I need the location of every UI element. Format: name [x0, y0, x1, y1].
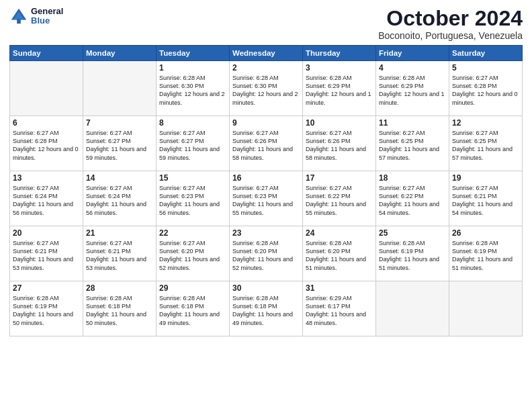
calendar-cell: 12Sunrise: 6:27 AM Sunset: 6:25 PM Dayli…: [449, 116, 523, 171]
day-number: 17: [306, 173, 373, 183]
day-number: 9: [232, 118, 300, 128]
day-number: 18: [379, 173, 446, 183]
day-header-sunday: Sunday: [10, 46, 83, 61]
cell-info: Sunrise: 6:28 AM Sunset: 6:19 PM Dayligh…: [452, 239, 519, 272]
day-number: 19: [452, 173, 519, 183]
cell-info: Sunrise: 6:28 AM Sunset: 6:20 PM Dayligh…: [232, 239, 300, 272]
calendar-cell: 21Sunrise: 6:27 AM Sunset: 6:21 PM Dayli…: [83, 226, 157, 281]
calendar-cell: [10, 61, 83, 116]
logo-general: General: [31, 7, 63, 16]
calendar-cell: 31Sunrise: 6:29 AM Sunset: 6:17 PM Dayli…: [303, 281, 376, 336]
calendar-cell: 3Sunrise: 6:28 AM Sunset: 6:29 PM Daylig…: [303, 61, 376, 116]
calendar-cell: 30Sunrise: 6:28 AM Sunset: 6:18 PM Dayli…: [230, 281, 303, 336]
cell-info: Sunrise: 6:28 AM Sunset: 6:18 PM Dayligh…: [159, 294, 226, 327]
day-number: 1: [159, 63, 226, 73]
calendar-cell: 13Sunrise: 6:27 AM Sunset: 6:24 PM Dayli…: [10, 171, 83, 226]
calendar-cell: 4Sunrise: 6:28 AM Sunset: 6:29 PM Daylig…: [376, 61, 449, 116]
cell-info: Sunrise: 6:27 AM Sunset: 6:25 PM Dayligh…: [379, 129, 446, 162]
calendar-cell: 23Sunrise: 6:28 AM Sunset: 6:20 PM Dayli…: [230, 226, 303, 281]
day-header-friday: Friday: [376, 46, 449, 61]
calendar-cell: 26Sunrise: 6:28 AM Sunset: 6:19 PM Dayli…: [449, 226, 523, 281]
logo-icon: [9, 7, 28, 26]
day-number: 13: [13, 173, 80, 183]
week-row-5: 27Sunrise: 6:28 AM Sunset: 6:19 PM Dayli…: [10, 281, 523, 336]
day-number: 31: [306, 283, 373, 293]
week-row-2: 6Sunrise: 6:27 AM Sunset: 6:28 PM Daylig…: [10, 116, 523, 171]
calendar-cell: 10Sunrise: 6:27 AM Sunset: 6:26 PM Dayli…: [303, 116, 376, 171]
cell-info: Sunrise: 6:27 AM Sunset: 6:22 PM Dayligh…: [306, 184, 373, 217]
calendar-cell: 14Sunrise: 6:27 AM Sunset: 6:24 PM Dayli…: [83, 171, 157, 226]
week-row-3: 13Sunrise: 6:27 AM Sunset: 6:24 PM Dayli…: [10, 171, 523, 226]
day-number: 12: [452, 118, 519, 128]
day-header-tuesday: Tuesday: [157, 46, 230, 61]
subtitle: Boconoito, Portuguesa, Venezuela: [378, 30, 523, 41]
calendar-cell: 9Sunrise: 6:27 AM Sunset: 6:26 PM Daylig…: [230, 116, 303, 171]
title-block: October 2024 Boconoito, Portuguesa, Vene…: [378, 7, 523, 41]
calendar-cell: 28Sunrise: 6:28 AM Sunset: 6:18 PM Dayli…: [83, 281, 157, 336]
calendar-cell: 18Sunrise: 6:27 AM Sunset: 6:22 PM Dayli…: [376, 171, 449, 226]
cell-info: Sunrise: 6:28 AM Sunset: 6:30 PM Dayligh…: [232, 74, 300, 107]
week-row-4: 20Sunrise: 6:27 AM Sunset: 6:21 PM Dayli…: [10, 226, 523, 281]
cell-info: Sunrise: 6:28 AM Sunset: 6:18 PM Dayligh…: [232, 294, 300, 327]
calendar-cell: 1Sunrise: 6:28 AM Sunset: 6:30 PM Daylig…: [157, 61, 230, 116]
page: General Blue October 2024 Boconoito, Por…: [0, 0, 532, 411]
calendar-cell: 6Sunrise: 6:27 AM Sunset: 6:28 PM Daylig…: [10, 116, 83, 171]
day-number: 8: [159, 118, 226, 128]
cell-info: Sunrise: 6:28 AM Sunset: 6:19 PM Dayligh…: [13, 294, 80, 327]
cell-info: Sunrise: 6:27 AM Sunset: 6:23 PM Dayligh…: [159, 184, 226, 217]
logo-blue: Blue: [31, 16, 63, 26]
cell-info: Sunrise: 6:28 AM Sunset: 6:18 PM Dayligh…: [86, 294, 153, 327]
day-number: 26: [452, 228, 519, 238]
calendar-cell: [83, 61, 157, 116]
header-row: SundayMondayTuesdayWednesdayThursdayFrid…: [10, 46, 523, 61]
day-number: 7: [86, 118, 153, 128]
day-number: 25: [379, 228, 446, 238]
day-number: 15: [159, 173, 226, 183]
day-number: 14: [86, 173, 153, 183]
calendar-cell: [376, 281, 449, 336]
cell-info: Sunrise: 6:27 AM Sunset: 6:27 PM Dayligh…: [86, 129, 153, 162]
day-number: 27: [13, 283, 80, 293]
cell-info: Sunrise: 6:27 AM Sunset: 6:21 PM Dayligh…: [452, 184, 519, 217]
day-header-wednesday: Wednesday: [230, 46, 303, 61]
day-number: 4: [379, 63, 446, 73]
cell-info: Sunrise: 6:27 AM Sunset: 6:23 PM Dayligh…: [232, 184, 300, 217]
calendar-cell: 20Sunrise: 6:27 AM Sunset: 6:21 PM Dayli…: [10, 226, 83, 281]
cell-info: Sunrise: 6:28 AM Sunset: 6:29 PM Dayligh…: [306, 74, 373, 107]
week-row-1: 1Sunrise: 6:28 AM Sunset: 6:30 PM Daylig…: [10, 61, 523, 116]
calendar-cell: 19Sunrise: 6:27 AM Sunset: 6:21 PM Dayli…: [449, 171, 523, 226]
day-number: 20: [13, 228, 80, 238]
calendar-cell: 27Sunrise: 6:28 AM Sunset: 6:19 PM Dayli…: [10, 281, 83, 336]
day-number: 16: [232, 173, 300, 183]
day-number: 24: [306, 228, 373, 238]
cell-info: Sunrise: 6:27 AM Sunset: 6:21 PM Dayligh…: [86, 239, 153, 272]
cell-info: Sunrise: 6:27 AM Sunset: 6:28 PM Dayligh…: [13, 129, 80, 162]
day-number: 5: [452, 63, 519, 73]
calendar-body: 1Sunrise: 6:28 AM Sunset: 6:30 PM Daylig…: [10, 61, 523, 336]
calendar-cell: 11Sunrise: 6:27 AM Sunset: 6:25 PM Dayli…: [376, 116, 449, 171]
cell-info: Sunrise: 6:27 AM Sunset: 6:26 PM Dayligh…: [306, 129, 373, 162]
cell-info: Sunrise: 6:28 AM Sunset: 6:20 PM Dayligh…: [306, 239, 373, 272]
cell-info: Sunrise: 6:27 AM Sunset: 6:27 PM Dayligh…: [159, 129, 226, 162]
svg-rect-2: [17, 19, 21, 24]
cell-info: Sunrise: 6:27 AM Sunset: 6:24 PM Dayligh…: [86, 184, 153, 217]
day-number: 6: [13, 118, 80, 128]
calendar-cell: 8Sunrise: 6:27 AM Sunset: 6:27 PM Daylig…: [157, 116, 230, 171]
day-number: 30: [232, 283, 300, 293]
calendar-cell: [449, 281, 523, 336]
calendar-cell: 29Sunrise: 6:28 AM Sunset: 6:18 PM Dayli…: [157, 281, 230, 336]
calendar-cell: 15Sunrise: 6:27 AM Sunset: 6:23 PM Dayli…: [157, 171, 230, 226]
calendar-cell: 5Sunrise: 6:27 AM Sunset: 6:28 PM Daylig…: [449, 61, 523, 116]
cell-info: Sunrise: 6:27 AM Sunset: 6:28 PM Dayligh…: [452, 74, 519, 107]
day-header-thursday: Thursday: [303, 46, 376, 61]
calendar-cell: 25Sunrise: 6:28 AM Sunset: 6:19 PM Dayli…: [376, 226, 449, 281]
calendar-cell: 2Sunrise: 6:28 AM Sunset: 6:30 PM Daylig…: [230, 61, 303, 116]
calendar-table: SundayMondayTuesdayWednesdayThursdayFrid…: [9, 45, 523, 336]
calendar-cell: 24Sunrise: 6:28 AM Sunset: 6:20 PM Dayli…: [303, 226, 376, 281]
cell-info: Sunrise: 6:28 AM Sunset: 6:19 PM Dayligh…: [379, 239, 446, 272]
cell-info: Sunrise: 6:27 AM Sunset: 6:25 PM Dayligh…: [452, 129, 519, 162]
cell-info: Sunrise: 6:27 AM Sunset: 6:24 PM Dayligh…: [13, 184, 80, 217]
day-number: 3: [306, 63, 373, 73]
cell-info: Sunrise: 6:28 AM Sunset: 6:30 PM Dayligh…: [159, 74, 226, 107]
day-number: 21: [86, 228, 153, 238]
